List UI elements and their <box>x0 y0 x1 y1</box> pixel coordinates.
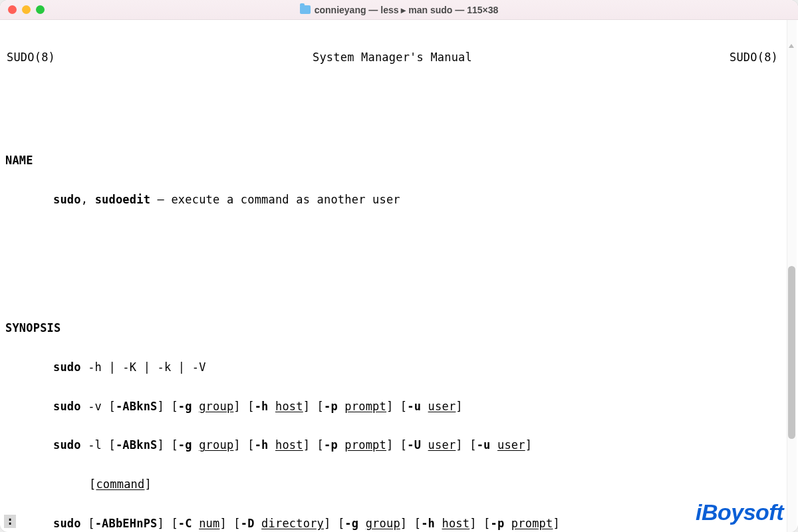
window-title-text: connieyang — less ▸ man sudo — 115×38 <box>315 5 499 15</box>
syn-line-3: sudo -l [-ABknS] [-g group] [-h host] [-… <box>5 439 793 452</box>
syn-line-1: sudo -h | -K | -k | -V <box>5 361 793 374</box>
syn-line-2: sudo -v [-ABknS] [-g group] [-h host] [-… <box>5 400 793 414</box>
folder-icon <box>300 5 311 14</box>
man-header: SUDO(8) System Manager's Manual SUDO(8) <box>5 51 793 65</box>
scrollbar-track[interactable] <box>787 20 797 532</box>
watermark-text: iBoysoft <box>696 499 783 525</box>
close-icon[interactable] <box>8 5 17 14</box>
name-line: sudo, sudoedit – execute a command as an… <box>5 194 793 207</box>
syn-line-3b: [command] <box>5 478 793 491</box>
section-name: NAME sudo, sudoedit – execute a command … <box>5 128 793 232</box>
section-title-synopsis: SYNOPSIS <box>5 322 793 335</box>
maximize-icon[interactable] <box>36 5 45 14</box>
man-header-center: System Manager's Manual <box>55 51 730 65</box>
syn-line-4: sudo [-ABbEHnPS] [-C num] [-D directory]… <box>5 517 793 531</box>
scroll-up-icon[interactable] <box>789 44 794 49</box>
minimize-icon[interactable] <box>22 5 31 14</box>
scrollbar-thumb[interactable] <box>788 266 795 439</box>
section-title-name: NAME <box>5 154 793 168</box>
window-controls <box>8 5 45 14</box>
pager-prompt[interactable]: : <box>4 515 16 528</box>
manpage-content[interactable]: SUDO(8) System Manager's Manual SUDO(8) … <box>0 20 798 532</box>
section-synopsis: SYNOPSIS sudo -h | -K | -k | -V sudo -v … <box>5 296 793 532</box>
man-header-right: SUDO(8) <box>730 51 791 65</box>
terminal-window: connieyang — less ▸ man sudo — 115×38 SU… <box>0 0 798 532</box>
titlebar[interactable]: connieyang — less ▸ man sudo — 115×38 <box>0 0 798 20</box>
man-header-left: SUDO(8) <box>7 51 55 65</box>
window-title: connieyang — less ▸ man sudo — 115×38 <box>300 5 499 15</box>
